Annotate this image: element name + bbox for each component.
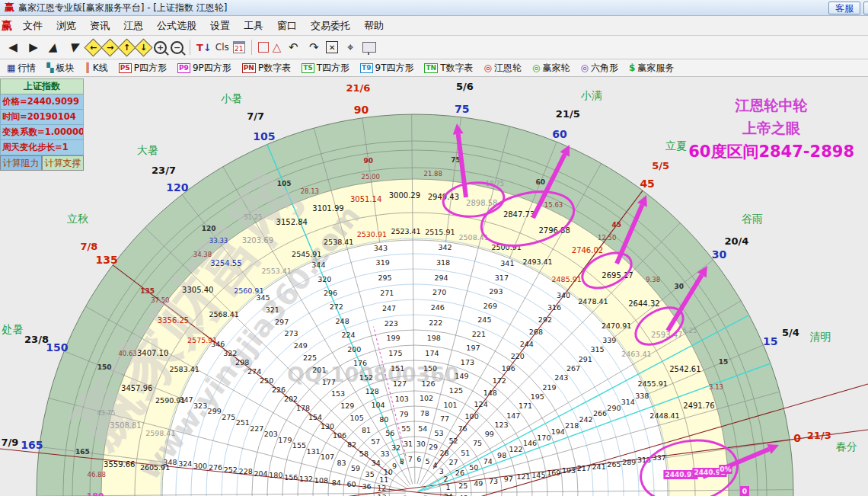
t-table-icon: TN xyxy=(424,63,438,73)
diamond-right-icon[interactable]: → xyxy=(101,38,119,56)
spiral-number: 227 xyxy=(250,424,263,433)
spiral-number: 292 xyxy=(538,315,552,324)
tool-P四方形[interactable]: PSP四方形 xyxy=(115,61,171,75)
spiral-number: 275 xyxy=(222,413,235,421)
price-outer-label: 2847.73 xyxy=(503,210,535,219)
spiral-number: 294 xyxy=(435,274,448,282)
menu-item-5[interactable]: 设置 xyxy=(203,19,237,33)
time-updown-icon[interactable]: T↓ xyxy=(196,42,212,53)
spiral-number: 99 xyxy=(485,430,494,438)
tool-板块[interactable]: ▚板块 xyxy=(43,61,78,75)
highlight-mark-value: 180 xyxy=(87,491,104,496)
spiral-number: 204 xyxy=(254,469,267,478)
diamond-left-icon[interactable]: ← xyxy=(84,38,102,56)
diamond-down-icon[interactable]: ↓ xyxy=(134,38,152,56)
nav-down-icon[interactable]: ▼ xyxy=(64,39,85,56)
spiral-number: 58 xyxy=(359,450,369,458)
nav-left-icon[interactable]: ◀ xyxy=(5,39,21,56)
tool-赢家轮[interactable]: ◎赢家轮 xyxy=(528,61,573,75)
spiral-number: 75 xyxy=(473,439,482,447)
spiral-number: 296 xyxy=(324,289,337,297)
menu-item-3[interactable]: 江恩 xyxy=(116,19,150,33)
inner-degree-label: 60 xyxy=(536,178,546,186)
spiral-number: 245 xyxy=(477,315,491,324)
diamond-up-icon[interactable]: ↑ xyxy=(117,38,136,56)
calc-support-button[interactable]: 计算支撑 xyxy=(42,155,84,171)
tool-赢家服务[interactable]: $赢家服务 xyxy=(625,61,678,75)
center-target-icon[interactable]: ⌖ xyxy=(342,39,359,56)
zoom-in-icon[interactable]: + xyxy=(154,41,167,54)
spiral-number: 266 xyxy=(593,409,607,418)
partial-button[interactable] xyxy=(863,2,868,14)
solar-term-label: 小满 xyxy=(581,89,602,101)
rotate-cw-icon[interactable]: ↷ xyxy=(305,39,322,56)
tool-P数字表[interactable]: PNP数字表 xyxy=(238,61,295,75)
inner-degree-label: 105 xyxy=(277,180,292,187)
separator xyxy=(251,40,252,55)
tool-六角形[interactable]: ◎六角形 xyxy=(576,61,621,75)
spiral-number: 83 xyxy=(337,459,346,467)
percent-label: 34.38 xyxy=(193,251,212,258)
nav-right-icon[interactable]: ▶ xyxy=(25,39,42,56)
spiral-number: 132 xyxy=(299,475,313,483)
zoom-out-icon[interactable]: − xyxy=(171,41,183,54)
price-inner-label: 2530.91 xyxy=(357,230,387,238)
tool-T数字表[interactable]: TNT数字表 xyxy=(420,61,477,75)
spiral-number: 290 xyxy=(607,404,621,412)
inner-degree-label: 120 xyxy=(202,225,216,232)
cls-button[interactable]: Cls xyxy=(215,42,229,53)
spiral-number: 4 xyxy=(432,461,437,469)
tool-K线[interactable]: ║K线 xyxy=(81,61,112,75)
outer-degree-label: 90 xyxy=(354,104,369,116)
gann-toolbar: ▦行情▚板块║K线PSP四方形P99P四方形PNP数字表TST四方形T99T四方… xyxy=(0,59,868,77)
customer-service-button[interactable]: 客服 xyxy=(828,2,860,14)
spiral-number: 195 xyxy=(531,392,544,401)
rotate-ccw-icon[interactable]: ↶ xyxy=(285,39,302,56)
tool-9T四方形[interactable]: T99T四方形 xyxy=(356,61,417,75)
square-tool-icon[interactable] xyxy=(258,42,269,53)
presentation-icon[interactable] xyxy=(362,42,376,53)
nav-up-icon[interactable]: ▲ xyxy=(43,39,64,56)
menu-item-1[interactable]: 浏览 xyxy=(49,19,83,33)
price-outer-label: 3508.81 xyxy=(110,421,141,430)
calc-resistance-button[interactable]: 计算阻力 xyxy=(0,155,42,171)
solar-term-label: 立夏 xyxy=(665,139,687,152)
solar-term-label: 大暑 xyxy=(137,144,158,156)
tool-江恩轮[interactable]: ◎江恩轮 xyxy=(480,61,525,75)
outer-degree-label: 150 xyxy=(46,341,68,354)
spiral-number: 84 xyxy=(332,478,341,487)
price-inner-label: 2598.41 xyxy=(145,429,175,437)
calendar-icon[interactable]: 21 xyxy=(233,41,245,53)
spiral-number: 77 xyxy=(440,414,449,423)
spiral-number: 272 xyxy=(330,302,343,311)
spiral-number: 107 xyxy=(321,453,334,461)
menu-item-8[interactable]: 交易委托 xyxy=(304,19,357,33)
tool-9P四方形[interactable]: P99P四方形 xyxy=(174,61,235,75)
spiral-number: 219 xyxy=(542,383,556,392)
triangle-tool-icon[interactable]: △ xyxy=(273,40,282,54)
spiral-number: 173 xyxy=(461,358,474,366)
spiral-number: 297 xyxy=(275,318,289,326)
percent-label: 3.13 xyxy=(709,383,723,391)
menu-item-4[interactable]: 公式选股 xyxy=(150,19,203,33)
tool-T四方形[interactable]: TST四方形 xyxy=(298,61,353,75)
price-outer-label: 2491.76 xyxy=(683,402,714,410)
menu-item-0[interactable]: 文件 xyxy=(16,19,49,33)
chart-area: 赢家财富网www.yingjia360.comQQ:10080036012345… xyxy=(0,77,868,496)
menu-item-6[interactable]: 工具 xyxy=(237,19,270,33)
outer-degree-label: 30 xyxy=(712,248,727,261)
spiral-number: 228 xyxy=(239,467,253,475)
price-outer-label: 3457.96 xyxy=(121,384,152,392)
menu-item-7[interactable]: 窗口 xyxy=(270,19,304,33)
spiral-number: 315 xyxy=(590,345,604,354)
spiral-number: 317 xyxy=(495,274,509,282)
date-label: 5/5 xyxy=(652,160,669,171)
percent-label: 46.88 xyxy=(88,471,106,478)
tool-行情[interactable]: ▦行情 xyxy=(3,61,40,75)
symbol-title: 上证指数 xyxy=(0,78,84,94)
delete-box-icon[interactable]: ✕ xyxy=(326,41,338,53)
menu-item-9[interactable]: 帮助 xyxy=(357,19,391,33)
menu-item-2[interactable]: 资讯 xyxy=(83,19,116,33)
solar-term-label: 处暑 xyxy=(2,323,24,335)
spiral-number: 26 xyxy=(455,469,464,477)
